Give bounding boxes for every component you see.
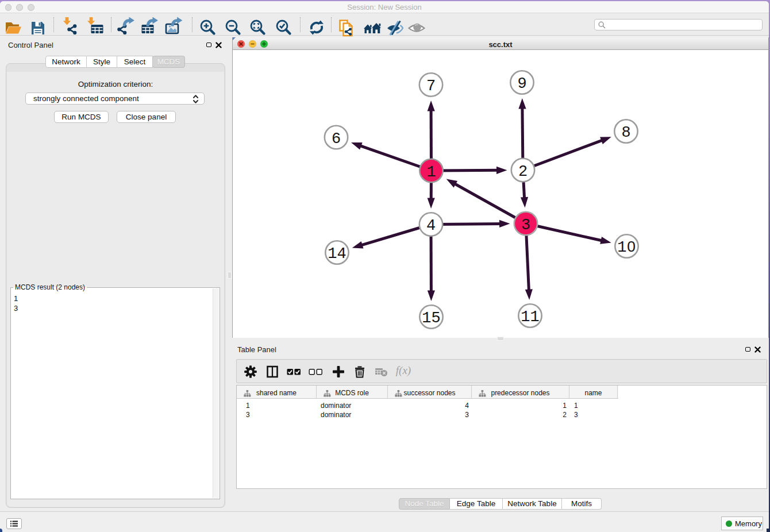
- svg-text:3: 3: [521, 217, 530, 234]
- svg-text:7: 7: [426, 78, 436, 95]
- svg-text:8: 8: [621, 124, 630, 141]
- svg-text:2: 2: [518, 163, 528, 180]
- svg-text:11: 11: [521, 309, 539, 326]
- svg-text:9: 9: [517, 75, 526, 92]
- svg-text:15: 15: [422, 310, 440, 327]
- svg-text:6: 6: [332, 130, 341, 148]
- svg-text:14: 14: [328, 245, 346, 263]
- svg-text:4: 4: [426, 217, 436, 234]
- svg-text:1: 1: [426, 164, 436, 181]
- svg-text:0: 0: [627, 238, 636, 255]
- svg-text:1: 1: [617, 239, 626, 256]
